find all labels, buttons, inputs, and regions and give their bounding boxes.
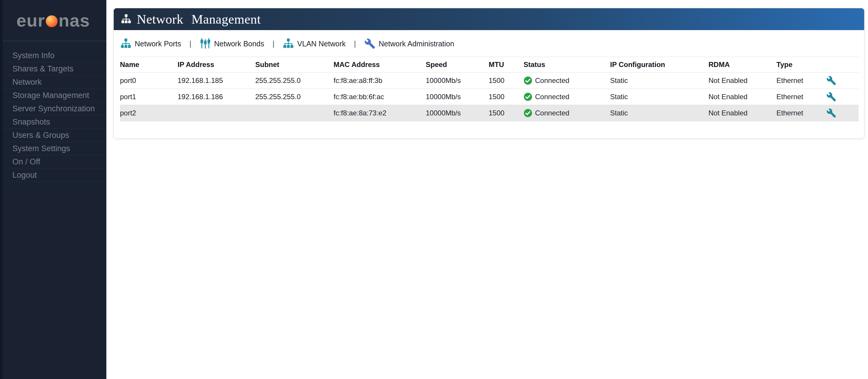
port-actions xyxy=(825,105,859,121)
network-bonds-label: Network Bonds xyxy=(214,40,265,48)
port-subnet: 255.255.255.0 xyxy=(255,73,334,89)
port-settings-button[interactable] xyxy=(825,92,859,102)
vlan-network-link[interactable]: VLAN Network xyxy=(283,38,346,49)
col-name: Name xyxy=(120,57,178,73)
network-bonds-icon xyxy=(200,38,211,49)
port-speed: 10000Mb/s xyxy=(426,105,489,121)
col-speed: Speed xyxy=(426,57,489,73)
port-mtu: 1500 xyxy=(489,73,524,89)
network-ports-label: Network Ports xyxy=(135,40,181,48)
check-circle-icon xyxy=(524,76,532,85)
port-ip-config: Static xyxy=(610,105,709,121)
port-mac: fc:f8:ae:a8:ff:3b xyxy=(334,73,426,89)
port-ip-config: Static xyxy=(610,89,709,105)
port-rdma: Not Enabled xyxy=(709,73,776,89)
col-rdma: RDMA xyxy=(709,57,776,73)
logo-text-pre: eur xyxy=(17,10,45,31)
col-mac-address: MAC Address xyxy=(334,57,426,73)
table-row[interactable]: port1 192.168.1.186 255.255.255.0 fc:f8:… xyxy=(120,89,859,105)
vlan-network-label: VLAN Network xyxy=(297,40,346,48)
col-ip-configuration: IP Configuration xyxy=(610,57,709,73)
port-settings-button[interactable] xyxy=(825,108,859,118)
status-label: Connected xyxy=(535,76,569,85)
status-label: Connected xyxy=(535,109,569,117)
euronas-logo[interactable]: eur nas xyxy=(17,10,90,31)
toolbar-separator: | xyxy=(189,39,191,48)
panel-header: Network Management xyxy=(114,8,864,30)
port-speed: 10000Mb/s xyxy=(426,89,489,105)
port-subnet xyxy=(255,105,334,121)
sidebar-item-on-off[interactable]: On / Off xyxy=(0,155,106,169)
port-status: Connected xyxy=(524,105,610,121)
port-settings-button[interactable] xyxy=(825,75,859,85)
port-ip: 192.168.1.185 xyxy=(178,73,255,89)
logo-orange-ball-icon xyxy=(46,15,58,27)
col-type: Type xyxy=(776,57,825,73)
sidebar-item-logout[interactable]: Logout xyxy=(0,169,106,182)
wrench-icon xyxy=(826,92,836,102)
port-name: port0 xyxy=(120,73,178,89)
network-administration-label: Network Administration xyxy=(379,40,454,48)
port-ip-config: Static xyxy=(610,73,709,89)
port-mtu: 1500 xyxy=(489,105,524,121)
col-ip-address: IP Address xyxy=(178,57,255,73)
port-type: Ethernet xyxy=(776,73,825,89)
port-rdma: Not Enabled xyxy=(709,105,776,121)
port-status: Connected xyxy=(524,73,610,89)
col-mtu: MTU xyxy=(489,57,524,73)
network-ports-link[interactable]: Network Ports xyxy=(120,38,181,49)
port-mac: fc:f8:ae:bb:6f:ac xyxy=(334,89,426,105)
check-circle-icon xyxy=(524,109,532,117)
logo-text-post: nas xyxy=(59,10,90,31)
port-type: Ethernet xyxy=(776,105,825,121)
port-name: port2 xyxy=(120,105,178,121)
table-row[interactable]: port0 192.168.1.185 255.255.255.0 fc:f8:… xyxy=(120,73,859,89)
port-ip xyxy=(178,105,255,121)
table-header-row: Name IP Address Subnet MAC Address Speed… xyxy=(120,57,859,73)
port-mtu: 1500 xyxy=(489,89,524,105)
wrench-icon xyxy=(364,38,375,49)
port-ip: 192.168.1.186 xyxy=(178,89,255,105)
network-bonds-link[interactable]: Network Bonds xyxy=(200,38,265,49)
check-circle-icon xyxy=(524,92,532,101)
sidebar-item-system-settings[interactable]: System Settings xyxy=(0,142,106,155)
sidebar-item-system-info[interactable]: System Info xyxy=(0,49,106,62)
wrench-icon xyxy=(826,75,836,85)
sidebar-item-users-groups[interactable]: Users & Groups xyxy=(0,129,106,142)
logo-area: eur nas xyxy=(0,0,106,41)
sidebar-menu: System Info Shares & Targets Network Sto… xyxy=(0,41,106,182)
port-mac: fc:f8:ae:8a:73:e2 xyxy=(334,105,426,121)
sidebar-item-snapshots[interactable]: Snapshots xyxy=(0,115,106,129)
toolbar-separator: | xyxy=(272,39,275,48)
status-label: Connected xyxy=(535,93,569,101)
sidebar: eur nas System Info Shares & Targets Net… xyxy=(0,0,106,379)
port-status: Connected xyxy=(524,89,610,105)
sidebar-item-server-synchronization[interactable]: Server Synchronization xyxy=(0,102,106,115)
page-title: Network Management xyxy=(137,12,261,27)
sidebar-item-storage-management[interactable]: Storage Management xyxy=(0,89,106,102)
port-speed: 10000Mb/s xyxy=(426,73,489,89)
network-tree-icon xyxy=(121,14,131,25)
network-ports-table: Name IP Address Subnet MAC Address Speed… xyxy=(120,57,859,121)
table-row-selected[interactable]: port2 fc:f8:ae:8a:73:e2 10000Mb/s 1500 C… xyxy=(120,105,859,121)
toolbar-separator: | xyxy=(354,39,356,48)
col-subnet: Subnet xyxy=(255,57,334,73)
col-actions xyxy=(825,57,859,73)
network-administration-link[interactable]: Network Administration xyxy=(364,38,454,49)
port-actions xyxy=(825,89,859,105)
port-name: port1 xyxy=(120,89,178,105)
network-management-panel: Network Management Network Ports | xyxy=(114,8,864,139)
port-actions xyxy=(825,73,859,89)
network-tree-icon xyxy=(283,38,294,49)
col-status: Status xyxy=(524,57,610,73)
wrench-icon xyxy=(826,108,836,118)
network-tree-icon xyxy=(120,38,131,49)
port-type: Ethernet xyxy=(776,89,825,105)
port-rdma: Not Enabled xyxy=(709,89,776,105)
toolbar: Network Ports | Network Bonds | xyxy=(114,30,864,49)
sidebar-item-shares-targets[interactable]: Shares & Targets xyxy=(0,62,106,75)
sidebar-item-network[interactable]: Network xyxy=(0,75,106,89)
port-subnet: 255.255.255.0 xyxy=(255,89,334,105)
